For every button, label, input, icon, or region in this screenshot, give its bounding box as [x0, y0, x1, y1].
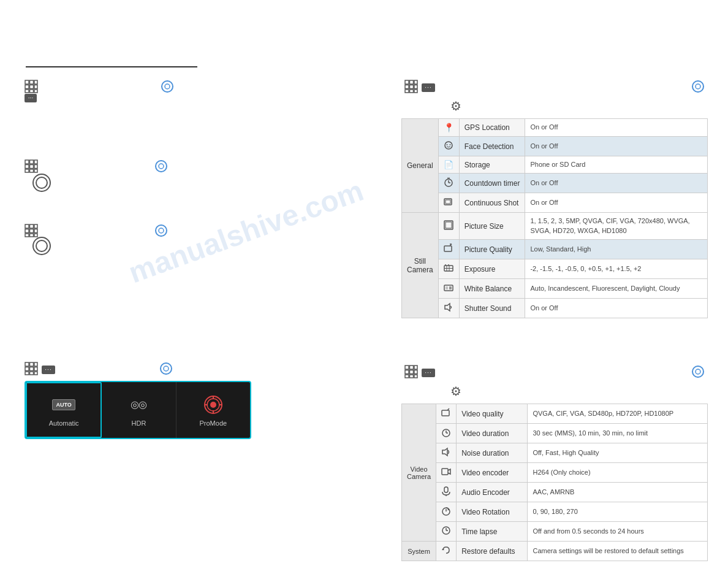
- picture-size-feature: Picture Size: [459, 213, 525, 240]
- mode-panel: AUTO Automatic ◎◎ HDR Pr: [25, 381, 251, 439]
- vq-icon: [436, 404, 457, 424]
- shutter-button-2[interactable]: [32, 236, 51, 258]
- white-balance-value: Auto, Incandescent, Fluorescent, Dayligh…: [525, 279, 708, 299]
- svg-point-52: [210, 402, 216, 408]
- white-balance-feature: White Balance: [459, 279, 525, 299]
- table-row-ae: Audio Encoder AAC, AMRNB: [402, 483, 708, 502]
- svg-rect-96: [414, 370, 417, 374]
- svg-rect-19: [25, 169, 29, 172]
- svg-marker-116: [442, 548, 444, 550]
- exposure-feature: Exposure: [459, 259, 525, 279]
- svg-point-9: [162, 81, 173, 92]
- camera-circle-icon-1: [161, 80, 174, 95]
- svg-rect-39: [25, 362, 29, 366]
- svg-rect-27: [30, 224, 34, 228]
- dots-menu-4[interactable]: ···: [422, 369, 435, 377]
- svg-rect-102: [442, 410, 449, 416]
- shutter-button-1[interactable]: [32, 173, 51, 194]
- restore-icon: [436, 542, 457, 561]
- exposure-icon: [438, 259, 459, 279]
- exposure-value: -2, -1.5, -1, -0.5, 0, +0.5, +1, +1.5, +…: [525, 259, 708, 279]
- mode-automatic[interactable]: AUTO Automatic: [26, 382, 102, 438]
- svg-rect-98: [410, 375, 414, 378]
- wb-icon: [438, 279, 459, 299]
- picture-size-value: 1, 1.5, 2, 3, 5MP, QVGA, CIF, VGA, 720x4…: [525, 213, 708, 240]
- video-gear-icon: ⚙: [450, 384, 461, 399]
- svg-rect-5: [34, 85, 37, 89]
- svg-rect-79: [444, 246, 452, 251]
- video-settings-header-top: ···: [401, 365, 708, 380]
- svg-rect-107: [442, 469, 448, 475]
- svg-rect-108: [444, 487, 448, 492]
- camera-circle-icon-5: [691, 80, 705, 95]
- audio-encoder-value: AAC, AMRNB: [528, 483, 708, 502]
- mode-selector-container: ··· AUTO Automatic ◎◎ HDR: [25, 362, 251, 439]
- table-row-nd: Noise duration Off, Fast, High Quality: [402, 443, 708, 463]
- svg-rect-45: [25, 372, 29, 375]
- svg-rect-63: [405, 90, 409, 93]
- hdr-label: HDR: [132, 419, 146, 427]
- picture-quality-feature: Picture Quality: [459, 240, 525, 259]
- table-row: General 📍 GPS Location On or Off: [402, 119, 708, 137]
- countdown-icon: [438, 174, 459, 193]
- time-lapse-feature: Time lapse: [457, 522, 528, 542]
- svg-point-66: [692, 81, 703, 92]
- mode-promode[interactable]: ProMode: [176, 382, 250, 438]
- size-icon: [438, 213, 459, 240]
- grid-icon-4: [25, 362, 38, 377]
- svg-rect-17: [30, 165, 34, 169]
- svg-rect-0: [25, 80, 29, 84]
- video-camera-settings: ··· ⚙ Video Camera Vi: [401, 365, 708, 561]
- svg-point-49: [164, 366, 169, 371]
- vr-icon: [436, 502, 457, 522]
- video-quality-feature: Video quality: [457, 404, 528, 424]
- settings-header-top: ···: [401, 80, 708, 95]
- restore-feature: Restore defaults: [457, 542, 528, 561]
- svg-rect-78: [446, 222, 452, 228]
- video-camera-category: Video Camera: [402, 404, 436, 542]
- gps-feature: GPS Location: [459, 119, 525, 137]
- shutter-sound-value: On or Off: [525, 299, 708, 318]
- table-row-shutter: Shutter Sound On or Off: [402, 299, 708, 318]
- vd-icon: [436, 424, 457, 443]
- svg-point-35: [156, 225, 167, 236]
- still-camera-category: Still Camera: [402, 213, 439, 318]
- svg-rect-14: [30, 160, 34, 164]
- table-row-countdown: Countdown timer On or Off: [402, 174, 708, 193]
- countdown-feature: Countdown timer: [459, 174, 525, 193]
- svg-rect-40: [30, 362, 34, 366]
- promode-icon: [202, 394, 224, 416]
- svg-rect-94: [405, 370, 409, 374]
- video-duration-value: 30 sec (MMS), 10 min, 30 min, no limit: [528, 424, 708, 443]
- face-detection-feature: Face Detection: [459, 137, 525, 156]
- video-quality-value: QVGA, CIF, VGA, SD480p, HD720P, HD1080P: [528, 404, 708, 424]
- still-camera-settings: ··· ⚙ General 📍 GPS Location On or Off: [401, 80, 708, 318]
- table-row-vq: Video Camera Video quality QVGA, CIF, VG…: [402, 404, 708, 424]
- mode-hdr[interactable]: ◎◎ HDR: [102, 382, 176, 438]
- gear-row: ⚙: [401, 99, 708, 113]
- svg-point-67: [696, 84, 700, 89]
- svg-point-38: [36, 240, 47, 251]
- time-lapse-value: Off and from 0.5 seconds to 24 hours: [528, 522, 708, 542]
- svg-rect-46: [30, 372, 34, 375]
- camera-circle-icon-4: [159, 362, 173, 377]
- dots-menu-2[interactable]: ···: [42, 366, 55, 374]
- continuous-feature: Continuous Shot: [459, 193, 525, 213]
- dots-menu-3[interactable]: ···: [422, 83, 435, 92]
- dots-menu-1[interactable]: ···: [25, 94, 37, 104]
- svg-rect-89: [449, 286, 452, 289]
- shutter-sound-feature: Shutter Sound: [459, 299, 525, 318]
- svg-point-23: [159, 164, 164, 169]
- countdown-value: On or Off: [525, 174, 708, 193]
- table-row-storage: 📄 Storage Phone or SD Card: [402, 156, 708, 174]
- video-rotation-value: 0, 90, 180, 270: [528, 502, 708, 522]
- svg-point-10: [165, 84, 170, 89]
- camera-row-1: [25, 80, 174, 95]
- table-row-size: Still Camera Picture Size 1, 1.5, 2, 3, …: [402, 213, 708, 240]
- storage-feature: Storage: [459, 156, 525, 174]
- video-duration-feature: Video duration: [457, 424, 528, 443]
- svg-rect-44: [34, 367, 37, 371]
- svg-rect-76: [446, 200, 450, 204]
- svg-point-100: [692, 366, 703, 377]
- video-camera-table: Video Camera Video quality QVGA, CIF, VG…: [401, 404, 708, 561]
